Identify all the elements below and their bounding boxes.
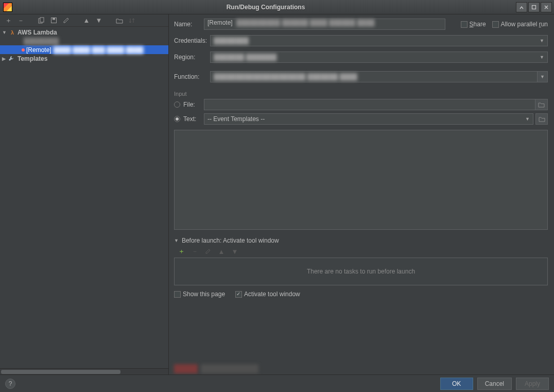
before-launch-toolbar: ＋ － ▲ ▼ — [174, 246, 548, 258]
sidebar-toolbar: ＋ － ▲ ▼ — [0, 14, 168, 27]
before-launch-task-list[interactable]: There are no tasks to run before launch — [174, 258, 548, 285]
folder-icon — [538, 102, 545, 108]
svg-rect-0 — [532, 5, 536, 9]
dialog-footer: ? OK Cancel Apply — [0, 374, 554, 392]
tree-item-prefix: [Remote] — [26, 46, 51, 54]
window-maximize-button[interactable] — [528, 2, 540, 12]
file-path-input[interactable] — [204, 99, 535, 110]
copy-config-icon[interactable] — [37, 16, 45, 25]
tree-item-label: ████████ — [24, 38, 59, 45]
credentials-label: Credentials: — [174, 37, 210, 44]
sort-icon — [128, 16, 136, 25]
credentials-dropdown[interactable]: ████████ ▼ — [210, 35, 548, 46]
svg-rect-2 — [40, 18, 44, 22]
tree-group-aws-lambda[interactable]: ▼ λ AWS Lambda — [0, 28, 168, 37]
input-section-label: Input — [174, 91, 548, 97]
input-text-area[interactable] — [174, 130, 548, 230]
chevron-down-icon: ▼ — [540, 74, 545, 79]
event-templates-browse-button[interactable] — [535, 113, 548, 125]
apply-button[interactable]: Apply — [516, 378, 549, 390]
before-launch-header[interactable]: ▼ Before launch: Activate tool window — [174, 237, 548, 244]
window-title: Run/Debug Configurations — [15, 4, 516, 11]
function-dropdown[interactable]: █████████████████████ ███████ ████ — [210, 71, 538, 82]
chevron-down-icon: ▼ — [540, 55, 544, 60]
tree-group-label: AWS Lambda — [18, 29, 57, 36]
checkbox-icon — [174, 291, 181, 298]
chevron-down-icon: ▼ — [525, 116, 530, 122]
move-task-down-icon: ▼ — [231, 247, 239, 255]
tree-item[interactable]: ████████ — [0, 37, 168, 45]
folder-icon[interactable] — [115, 16, 124, 25]
collapse-arrow-icon: ▼ — [174, 238, 179, 243]
sidebar-scrollbar[interactable] — [0, 368, 168, 374]
activate-tool-window-checkbox[interactable]: Activate tool window — [235, 291, 300, 298]
file-label: File: — [183, 101, 204, 108]
tree-group-label: Templates — [18, 55, 47, 62]
titlebar: Run/Debug Configurations — [0, 0, 554, 14]
file-radio[interactable] — [174, 101, 180, 108]
status-text — [201, 364, 258, 373]
text-label: Text: — [183, 115, 204, 123]
svg-rect-4 — [53, 18, 55, 20]
expand-arrow-icon[interactable]: ▼ — [2, 30, 8, 35]
move-task-up-icon: ▲ — [217, 247, 226, 255]
configurations-sidebar: ＋ － ▲ ▼ ▼ λ — [0, 14, 169, 374]
error-indicator-icon — [22, 48, 25, 52]
status-strip — [174, 364, 548, 374]
tree-group-templates[interactable]: ▶ Templates — [0, 54, 168, 63]
ok-button[interactable]: OK — [440, 378, 473, 390]
share-checkbox[interactable]: Share — [461, 21, 486, 28]
wrench-icon — [8, 56, 16, 62]
help-button[interactable]: ? — [5, 379, 15, 389]
checkbox-icon — [235, 291, 242, 298]
save-config-icon[interactable] — [49, 16, 58, 25]
checkbox-icon — [461, 21, 468, 28]
region-label: Region: — [174, 54, 210, 61]
no-tasks-text: There are no tasks to run before launch — [307, 268, 415, 275]
edit-defaults-icon[interactable] — [62, 16, 70, 25]
event-templates-dropdown[interactable]: -- Event Templates -- ▼ — [204, 113, 533, 125]
add-task-icon[interactable]: ＋ — [177, 247, 185, 255]
region-dropdown[interactable]: ███████ ███████ ▼ — [210, 52, 548, 63]
show-this-page-checkbox[interactable]: Show this page — [174, 291, 225, 298]
file-browse-button[interactable] — [535, 99, 548, 110]
function-dropdown-caret[interactable]: ▼ — [538, 71, 548, 82]
chevron-down-icon: ▼ — [540, 38, 544, 43]
tree-item-label: ████ ████ ███ ████ ████ — [54, 46, 144, 54]
configurations-tree[interactable]: ▼ λ AWS Lambda ████████ [Remote] ████ ██… — [0, 27, 168, 368]
parallel-run-checkbox[interactable]: Allow parallel run — [492, 21, 548, 28]
expand-arrow-icon[interactable]: ▶ — [2, 56, 8, 61]
move-up-icon[interactable]: ▲ — [82, 16, 91, 25]
function-label: Function: — [174, 73, 210, 80]
move-down-icon[interactable]: ▼ — [95, 16, 103, 25]
name-input[interactable]: [Remote] ██████████ ██████ ████ ██████ █… — [204, 19, 445, 30]
folder-icon — [539, 116, 545, 122]
window-minimize-button[interactable] — [516, 2, 527, 12]
remove-task-icon: － — [191, 247, 199, 255]
add-config-icon[interactable]: ＋ — [4, 16, 12, 25]
status-error-indicator — [174, 364, 198, 373]
app-icon — [3, 3, 12, 12]
name-label: Name: — [174, 21, 204, 28]
text-radio[interactable] — [174, 116, 180, 122]
lambda-icon: λ — [8, 29, 16, 36]
before-launch-label: Before launch: Activate tool window — [182, 237, 279, 244]
tree-item-remote[interactable]: [Remote] ████ ████ ███ ████ ████ — [0, 45, 168, 54]
remove-config-icon[interactable]: － — [16, 16, 25, 25]
checkbox-icon — [492, 21, 499, 28]
edit-task-icon — [204, 247, 212, 255]
cancel-button[interactable]: Cancel — [477, 378, 512, 390]
window-close-button[interactable] — [541, 2, 552, 12]
configuration-form: Name: [Remote] ██████████ ██████ ████ ██… — [169, 14, 554, 374]
